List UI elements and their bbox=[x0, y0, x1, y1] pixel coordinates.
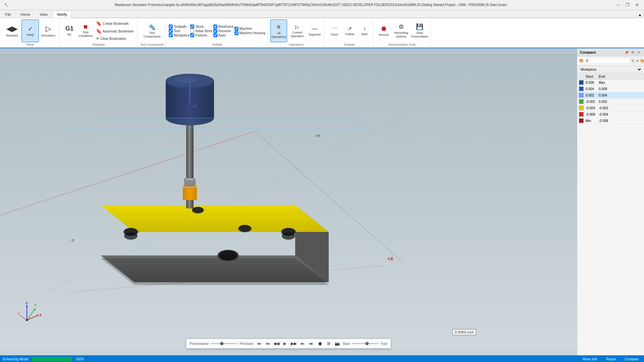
axes-check[interactable]: Axes bbox=[213, 33, 234, 37]
tool-checkbox[interactable] bbox=[169, 29, 173, 33]
viewport[interactable]: +X bbox=[0, 48, 577, 355]
axes-indicator: X Y X Z bbox=[17, 302, 44, 328]
tool-check[interactable]: Tool bbox=[169, 29, 190, 33]
precision-label: Precision bbox=[239, 342, 253, 346]
stock-checkbox[interactable] bbox=[190, 24, 194, 28]
color-swatch-2 bbox=[579, 86, 584, 91]
verify-button[interactable]: ✓ Verify bbox=[21, 19, 39, 42]
record-play-button[interactable]: ⏺ bbox=[317, 340, 323, 347]
stock-label: Stock bbox=[195, 25, 204, 28]
save-presentation-button[interactable]: 💾 SavePresentation bbox=[411, 19, 428, 42]
svg-point-14 bbox=[193, 207, 203, 213]
compare-row-max[interactable]: 0.008 Max bbox=[577, 79, 644, 86]
svg-point-16 bbox=[239, 225, 251, 232]
restore-button[interactable]: ❐ bbox=[623, 2, 632, 8]
visibility-col2: Stock Initial Stock Fixtures bbox=[190, 24, 212, 37]
trace-icon: 〰 bbox=[331, 25, 337, 32]
current-operation-button[interactable]: ▷ CurrentOperation bbox=[288, 19, 307, 42]
compare-row-5[interactable]: -0.004 -0.002 bbox=[577, 105, 644, 111]
segment-button[interactable]: — Segment bbox=[307, 19, 322, 42]
visibility-col3: Wireframe Gnomon Axes bbox=[213, 24, 234, 37]
start-2: 0.004 bbox=[586, 87, 599, 91]
nc-button[interactable]: G1 NC bbox=[62, 19, 77, 42]
recording-options-button[interactable]: ⚙ RecordingOptions bbox=[392, 19, 411, 42]
close-button[interactable]: ✕ bbox=[633, 2, 641, 8]
report-button[interactable]: Report bbox=[603, 357, 619, 361]
wireframe-check[interactable]: Wireframe bbox=[213, 24, 234, 28]
create-bookmark-button[interactable]: 🔖 Create Bookmark bbox=[94, 20, 135, 27]
ribbon-collapse-button[interactable]: ▲ bbox=[637, 12, 643, 17]
tab-file[interactable]: File bbox=[1, 11, 15, 18]
fast-forward-button[interactable]: ▶▶ bbox=[290, 340, 297, 347]
compare-pin-button[interactable]: 📌 bbox=[624, 50, 629, 55]
snap-button[interactable]: ⊞ bbox=[325, 340, 332, 347]
machine-housing-checkbox[interactable] bbox=[234, 31, 238, 35]
tab-verify[interactable]: Verify bbox=[53, 11, 71, 18]
compare-clear-button[interactable]: ✕ bbox=[636, 58, 639, 64]
initial-stock-label: Initial Stock bbox=[195, 29, 212, 33]
compare-panel: Compare 📌 ⧉ ✕ 🎨 ↻ ✕ 🎨 💾 Workpiece Start … bbox=[577, 48, 644, 355]
skip-to-start-button[interactable]: ⏮ bbox=[256, 340, 262, 347]
machine-checkbox[interactable] bbox=[234, 27, 238, 31]
stop-conditions-button[interactable]: ⏹ StopConditions bbox=[77, 19, 94, 42]
stock-check[interactable]: Stock bbox=[190, 24, 212, 28]
compare-button[interactable]: Compare bbox=[622, 357, 641, 361]
machine-check[interactable]: Machine bbox=[234, 27, 265, 31]
step-back-button[interactable]: ⏮ bbox=[264, 340, 271, 347]
fixtures-checkbox[interactable] bbox=[190, 33, 194, 37]
fixtures-check[interactable]: Fixtures bbox=[190, 33, 212, 37]
compare-refresh-button[interactable]: ↻ bbox=[631, 58, 635, 64]
compare-row-6[interactable]: -0.008 -0.004 bbox=[577, 111, 644, 118]
move-info-button[interactable]: Move Info bbox=[580, 357, 600, 361]
trace-button[interactable]: 〰 Trace bbox=[327, 19, 342, 42]
camera-button[interactable]: 📷 bbox=[334, 340, 341, 347]
compare-dropdown-row[interactable]: Workpiece bbox=[577, 65, 644, 74]
step-forward-button[interactable]: ⏭ bbox=[299, 340, 306, 347]
compare-palette-button[interactable]: 🎨 bbox=[640, 58, 644, 64]
save-presentation-label: SavePresentation bbox=[411, 31, 428, 39]
record-button[interactable]: ⏺ Record bbox=[376, 19, 391, 42]
end-4: 0.002 bbox=[599, 100, 622, 104]
initial-stock-checkbox[interactable] bbox=[190, 29, 194, 33]
compare-row-2[interactable]: 0.004 0.008 bbox=[577, 86, 644, 92]
machine-housing-check[interactable]: Machine Housing bbox=[234, 31, 265, 35]
initial-stock-check[interactable]: Initial Stock bbox=[190, 29, 212, 33]
tab-view[interactable]: View bbox=[35, 11, 52, 18]
simulation-button[interactable]: ▷ Simulation bbox=[40, 19, 57, 42]
compare-workpiece-select[interactable]: Workpiece bbox=[579, 66, 642, 73]
both-button[interactable]: ↕ Both bbox=[358, 19, 371, 42]
compare-row-3[interactable]: 0.002 0.004 bbox=[577, 92, 644, 99]
performance-slider[interactable] bbox=[211, 343, 237, 344]
clear-bookmarks-button[interactable]: ✕ Clear Bookmarks bbox=[94, 35, 135, 42]
svg-rect-0 bbox=[0, 54, 577, 349]
playback-content: G1 NC ⏹ StopConditions 🔖 Create Bookmark… bbox=[62, 19, 135, 42]
workpiece-checkbox[interactable] bbox=[169, 33, 173, 37]
compare-row-min[interactable]: Min -0.008 bbox=[577, 118, 644, 124]
wireframe-checkbox[interactable] bbox=[213, 24, 217, 28]
tab-home[interactable]: Home bbox=[16, 11, 35, 18]
gnomon-checkbox[interactable] bbox=[213, 29, 217, 33]
gnomon-check[interactable]: Gnomon bbox=[213, 29, 234, 33]
workpiece-check[interactable]: Workpiece bbox=[169, 33, 190, 37]
visibility-group-label: Visibility bbox=[212, 42, 222, 46]
compare-row-4[interactable]: -0.002 0.002 bbox=[577, 99, 644, 105]
minimize-button[interactable]: ─ bbox=[614, 2, 623, 8]
all-operations-button[interactable]: ≡ AllOperations bbox=[270, 19, 287, 42]
auto-bookmark-button[interactable]: 🔖 Automatic Bookmark bbox=[94, 27, 135, 35]
toolpath-checkbox[interactable] bbox=[169, 24, 173, 28]
rewind-button[interactable]: ◀◀ bbox=[273, 340, 280, 347]
compare-search-input[interactable] bbox=[585, 58, 630, 64]
backplot-button[interactable]: ◀▶ Backplot bbox=[3, 19, 21, 42]
toolpath-check[interactable]: Toolpath bbox=[169, 24, 190, 28]
skip-to-end-button[interactable]: ⏭ bbox=[308, 340, 315, 347]
svg-text:X: X bbox=[39, 313, 42, 317]
follow-button[interactable]: ↗ Follow bbox=[342, 19, 357, 42]
fast-label: Fast bbox=[381, 342, 387, 346]
speed-slider[interactable] bbox=[352, 343, 379, 344]
axes-checkbox[interactable] bbox=[213, 33, 217, 37]
compare-close-button[interactable]: ✕ bbox=[636, 50, 641, 55]
play-button[interactable]: ▶ bbox=[282, 340, 288, 347]
tool-components-button[interactable]: 🔩 ToolComponents bbox=[143, 19, 161, 42]
svg-marker-45 bbox=[26, 305, 28, 307]
compare-float-button[interactable]: ⧉ bbox=[630, 50, 635, 55]
